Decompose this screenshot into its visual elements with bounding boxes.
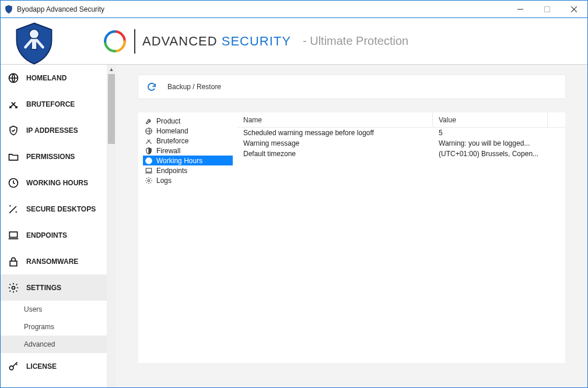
- folder-icon: [8, 151, 19, 163]
- brand-suffix: SECURITY: [222, 34, 291, 48]
- sidebar-sub-programs[interactable]: Programs: [1, 318, 107, 336]
- tree-item-label: Logs: [156, 177, 172, 185]
- tree-item-label: Product: [156, 117, 180, 125]
- window-controls: [507, 1, 587, 17]
- globe-icon: [145, 127, 153, 135]
- svg-point-10: [12, 286, 15, 289]
- svg-rect-9: [10, 261, 17, 266]
- sidebar-item-settings[interactable]: SETTINGS: [1, 274, 107, 301]
- details-cell-value: (UTC+01:00) Brussels, Copen...: [433, 150, 565, 158]
- sidebar-item-homeland[interactable]: HOMELAND: [1, 65, 107, 91]
- sidebar: HOMELAND BRUTEFORCE IP ADDRESSES PERMISS…: [1, 65, 107, 387]
- svg-rect-1: [545, 6, 550, 12]
- wrench-icon: [145, 117, 153, 125]
- brand-tagline: - Ultimate Protection: [303, 34, 408, 48]
- sidebar-item-endpoints[interactable]: ENDPOINTS: [1, 222, 107, 248]
- window-titlebar: Byodapp Advanced Security: [1, 1, 587, 18]
- sidebar-item-label: PERMISSIONS: [26, 153, 75, 161]
- tree-item-homeland[interactable]: Homeland: [143, 126, 233, 136]
- svg-point-15: [148, 179, 150, 182]
- refresh-icon[interactable]: [146, 82, 157, 92]
- laptop-icon: [8, 230, 19, 241]
- column-header-value[interactable]: Value: [433, 112, 548, 127]
- brand-shield-icon: [12, 21, 56, 62]
- sidebar-item-license[interactable]: LICENSE: [1, 353, 107, 379]
- settings-panel: Product Homeland Bruteforce Firewall Wor…: [138, 112, 565, 363]
- svg-point-11: [9, 366, 13, 370]
- details-row[interactable]: Warning message Warning: you will be log…: [237, 138, 565, 149]
- window-title: Byodapp Advanced Security: [17, 5, 507, 13]
- svg-rect-14: [146, 168, 151, 171]
- clock-icon: [8, 177, 19, 189]
- brand-prefix: ADVANCED: [142, 34, 222, 48]
- tree-item-firewall[interactable]: Firewall: [143, 146, 233, 156]
- sidebar-item-ransomware[interactable]: RANSOMWARE: [1, 248, 107, 274]
- sidebar-container: HOMELAND BRUTEFORCE IP ADDRESSES PERMISS…: [1, 65, 116, 387]
- sidebar-item-ip-addresses[interactable]: IP ADDRESSES: [1, 117, 107, 143]
- sidebar-item-working-hours[interactable]: WORKING HOURS: [1, 170, 107, 196]
- laptop-icon: [145, 167, 153, 175]
- brand-divider: [134, 29, 135, 54]
- minimize-button[interactable]: [507, 1, 534, 17]
- details-cell-value: Warning: you will be logged...: [433, 139, 565, 147]
- key-icon: [8, 361, 19, 372]
- settings-tree: Product Homeland Bruteforce Firewall Wor…: [138, 112, 237, 363]
- swirl-logo-icon: [103, 29, 127, 54]
- details-cell-name: Default timezone: [237, 150, 433, 158]
- main-area: HOMELAND BRUTEFORCE IP ADDRESSES PERMISS…: [1, 65, 587, 387]
- sidebar-item-bruteforce[interactable]: BRUTEFORCE: [1, 91, 107, 117]
- globe-icon: [8, 72, 19, 84]
- details-pane: Name Value Scheduled warning message bef…: [237, 112, 565, 363]
- app-shield-icon: [4, 5, 13, 14]
- details-header: Name Value: [237, 112, 565, 128]
- content-area: Backup / Restore Product Homeland Brutef…: [116, 65, 587, 387]
- brand-text: ADVANCED SECURITY: [142, 34, 291, 49]
- swords-icon: [8, 98, 19, 110]
- sidebar-item-label: SECURE DESKTOPS: [26, 205, 96, 213]
- svg-rect-8: [9, 232, 17, 237]
- gear-icon: [145, 177, 153, 185]
- tree-item-label: Firewall: [156, 147, 180, 155]
- details-cell-value: 5: [433, 129, 565, 137]
- lock-icon: [8, 256, 19, 267]
- scroll-thumb[interactable]: [108, 74, 115, 144]
- sidebar-item-label: SETTINGS: [26, 284, 61, 292]
- clock-icon: [145, 157, 153, 165]
- swords-icon: [145, 137, 153, 145]
- details-cell-name: Warning message: [237, 139, 433, 147]
- action-bar: Backup / Restore: [138, 75, 565, 98]
- tree-item-bruteforce[interactable]: Bruteforce: [143, 136, 233, 146]
- sidebar-scrollbar[interactable]: ▲: [107, 65, 116, 387]
- tree-item-label: Working Hours: [156, 157, 202, 165]
- shield-half-icon: [145, 147, 153, 155]
- sidebar-sub-users[interactable]: Users: [1, 301, 107, 318]
- details-cell-name: Scheduled warning message before logoff: [237, 129, 433, 137]
- sidebar-item-label: ENDPOINTS: [26, 231, 67, 239]
- tree-item-label: Bruteforce: [156, 137, 188, 145]
- sidebar-item-label: IP ADDRESSES: [26, 126, 78, 135]
- sidebar-sub-advanced[interactable]: Advanced: [1, 336, 107, 353]
- header-banner: ADVANCED SECURITY - Ultimate Protection: [1, 18, 587, 65]
- svg-point-4: [29, 29, 39, 39]
- sidebar-item-secure-desktops[interactable]: SECURE DESKTOPS: [1, 196, 107, 222]
- close-button[interactable]: [561, 1, 587, 17]
- tree-item-endpoints[interactable]: Endpoints: [143, 165, 233, 175]
- tree-item-working-hours[interactable]: Working Hours: [143, 156, 233, 165]
- tree-item-product[interactable]: Product: [143, 116, 233, 126]
- sidebar-item-permissions[interactable]: PERMISSIONS: [1, 143, 107, 170]
- backup-restore-button[interactable]: Backup / Restore: [167, 83, 221, 91]
- sidebar-item-label: BRUTEFORCE: [26, 100, 75, 108]
- tree-item-label: Endpoints: [156, 167, 187, 175]
- sidebar-item-label: HOMELAND: [26, 74, 66, 82]
- tree-item-label: Homeland: [156, 127, 188, 135]
- shield-check-icon: [8, 125, 19, 136]
- tree-item-logs[interactable]: Logs: [143, 175, 233, 185]
- details-row[interactable]: Default timezone (UTC+01:00) Brussels, C…: [237, 149, 565, 159]
- maximize-button[interactable]: [534, 1, 561, 17]
- column-header-name[interactable]: Name: [237, 112, 433, 127]
- sidebar-item-label: WORKING HOURS: [26, 179, 88, 187]
- details-row[interactable]: Scheduled warning message before logoff …: [237, 128, 565, 138]
- scroll-up-arrow-icon[interactable]: ▲: [107, 65, 116, 74]
- sidebar-item-label: RANSOMWARE: [26, 258, 78, 266]
- wand-icon: [8, 203, 19, 215]
